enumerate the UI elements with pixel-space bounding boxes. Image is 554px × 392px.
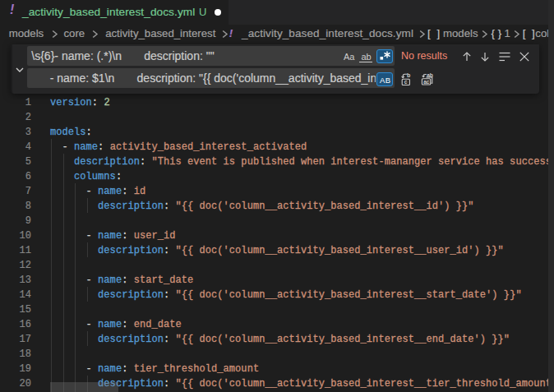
svg-text:b: b (407, 72, 410, 78)
svg-text:ac: ac (423, 79, 430, 85)
svg-text:ab: ab (427, 72, 433, 78)
svg-text:c: c (404, 79, 408, 85)
